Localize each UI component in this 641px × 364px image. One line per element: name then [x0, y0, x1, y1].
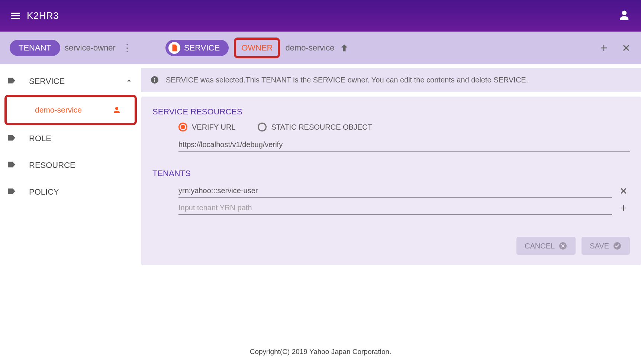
service-resources-title: SERVICE RESOURCES [152, 107, 630, 117]
remove-tenant-button[interactable] [617, 185, 630, 197]
info-icon [150, 75, 159, 84]
tag-icon [7, 76, 16, 87]
sidebar-item-service[interactable]: SERVICE [0, 68, 141, 95]
radio-icon [258, 123, 267, 131]
sidebar-item-resource[interactable]: RESOURCE [0, 152, 141, 179]
radio-label: VERIFY URL [192, 123, 235, 131]
sidebar-sub-label: demo-service [35, 105, 82, 114]
tenant-input-new[interactable] [178, 201, 612, 215]
radio-static-resource[interactable]: STATIC RESOURCE OBJECT [258, 123, 372, 131]
close-icon[interactable] [621, 43, 631, 53]
save-button[interactable]: SAVE [582, 237, 630, 255]
document-icon [168, 42, 180, 54]
tenant-name: service-owner [65, 43, 116, 53]
check-circle-icon [613, 241, 622, 250]
cancel-icon [558, 241, 567, 250]
app-header: K2HR3 [0, 0, 641, 32]
save-label: SAVE [590, 242, 609, 250]
sidebar-item-policy[interactable]: POLICY [0, 179, 141, 205]
tag-icon [7, 160, 16, 171]
sidebar-item-label: SERVICE [29, 77, 112, 86]
sidebar-item-label: RESOURCE [29, 160, 134, 170]
app-title: K2HR3 [27, 10, 59, 22]
sidebar-item-label: POLICY [29, 187, 134, 197]
service-chip-label: SERVICE [184, 43, 220, 53]
main-content: SERVICE was selected.This TENANT is the … [141, 64, 641, 337]
verify-url-input[interactable] [178, 138, 630, 152]
tenant-input-1[interactable] [178, 184, 612, 198]
chevron-up-icon [124, 76, 134, 87]
radio-icon [178, 123, 187, 131]
radio-label: STATIC RESOURCE OBJECT [271, 123, 372, 131]
sidebar-item-role[interactable]: ROLE [0, 125, 141, 152]
owner-highlight: OWNER [234, 38, 280, 58]
add-tenant-button[interactable] [617, 202, 630, 214]
menu-icon[interactable] [11, 13, 20, 19]
cancel-label: CANCEL [525, 242, 555, 250]
panel: SERVICE RESOURCES VERIFY URL STATIC RESO… [141, 97, 641, 265]
radio-verify-url[interactable]: VERIFY URL [178, 123, 235, 131]
account-icon[interactable] [619, 10, 630, 22]
tenants-title: TENANTS [152, 169, 630, 178]
sidebar-sub-demo-service[interactable]: demo-service [7, 97, 135, 123]
tag-icon [7, 133, 16, 144]
info-banner: SERVICE was selected.This TENANT is the … [141, 68, 641, 92]
person-icon [112, 105, 121, 114]
cancel-button[interactable]: CANCEL [516, 237, 576, 255]
tag-icon [7, 186, 16, 198]
arrow-up-icon[interactable] [339, 43, 350, 53]
footer-text: Copyright(C) 2019 Yahoo Japan Corporatio… [0, 337, 641, 364]
tenant-chip-label: TENANT [19, 43, 51, 53]
service-chip[interactable]: SERVICE [165, 40, 229, 56]
breadcrumb: TENANT service-owner ⋮ SERVICE OWNER dem… [0, 32, 641, 64]
sidebar: SERVICE demo-service ROLE RESOURCE [0, 64, 141, 337]
tenant-chip[interactable]: TENANT [10, 40, 60, 56]
sidebar-sub-highlight: demo-service [4, 95, 137, 125]
service-name: demo-service [285, 43, 334, 53]
sidebar-item-label: ROLE [29, 134, 134, 143]
add-icon[interactable] [599, 43, 609, 53]
owner-label: OWNER [241, 43, 273, 53]
more-icon[interactable]: ⋮ [120, 42, 134, 54]
info-text: SERVICE was selected.This TENANT is the … [166, 76, 528, 84]
